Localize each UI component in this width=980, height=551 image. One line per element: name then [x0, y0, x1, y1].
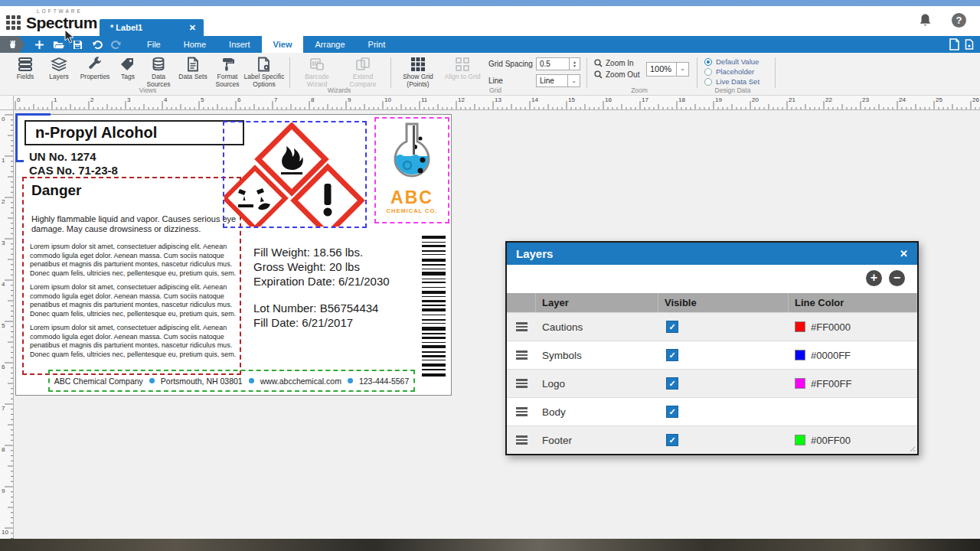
drag-handle-icon[interactable] [507, 426, 536, 454]
line-color-swatch[interactable] [795, 378, 805, 389]
grid-spacing-label: Grid Spacing [488, 60, 533, 68]
radio-default-value[interactable]: Default Value [704, 57, 759, 66]
gross-weight-field[interactable]: Gross Weight: 20 lbs [253, 259, 390, 274]
menu-view[interactable]: View [262, 36, 304, 53]
layer-name: Symbols [536, 341, 658, 369]
spinner-icon[interactable]: ▲▼ [569, 58, 580, 70]
line-color-swatch[interactable] [795, 435, 805, 445]
group-label-zoom: Zoom [605, 86, 674, 94]
precaution-paragraphs[interactable]: Lorem ipsum dolor sit amet, consectetuer… [30, 243, 238, 364]
grid-spacing-input[interactable]: 0.5 ▲▼ [536, 57, 580, 70]
chevron-down-icon[interactable]: ⌄ [567, 75, 580, 86]
fill-date-field[interactable]: Fill Date: 6/21/2017 [253, 315, 390, 330]
layer-row[interactable]: Cautions✓#FF0000 [507, 312, 917, 341]
expiration-date-field[interactable]: Expiration Date: 6/21/2030 [253, 274, 390, 289]
visible-checkbox[interactable]: ✓ [666, 406, 678, 418]
document-tab[interactable]: * Label1 ✕ [100, 19, 204, 36]
visible-checkbox[interactable]: ✓ [666, 434, 678, 446]
layer-name: Logo [536, 370, 658, 397]
layer-row[interactable]: Footer✓#00FF00 [507, 425, 917, 454]
app-badge-icon[interactable] [0, 36, 24, 53]
radio-icon[interactable] [704, 58, 712, 66]
body-layer-region[interactable]: Fill Weight: 18.56 lbs. Gross Weight: 20… [253, 245, 390, 330]
radio-icon[interactable] [704, 78, 712, 86]
hazard-statement-field[interactable]: Highly flammable liquid and vapor. Cause… [31, 214, 237, 234]
line-color-swatch[interactable] [795, 350, 805, 360]
page-preview-icon[interactable] [949, 38, 960, 51]
group-label-grid: Grid [461, 86, 530, 94]
selection-bracket [15, 113, 51, 116]
label-sheet[interactable]: n-Propyl Alcohol UN No. 1274 CAS No. 71-… [15, 114, 452, 396]
barcode[interactable] [422, 236, 446, 377]
layer-row[interactable]: Logo✓#FF00FF [507, 369, 917, 397]
logo-layer-region[interactable]: ABC CHEMICAL CO. [374, 117, 449, 223]
zoom-level-select[interactable]: 100% ⌄ [646, 62, 689, 77]
label-title-field[interactable]: n-Propyl Alcohol [24, 120, 244, 145]
drag-handle-icon[interactable] [507, 398, 536, 425]
menu-print[interactable]: Print [357, 36, 397, 53]
visible-checkbox[interactable]: ✓ [666, 349, 678, 361]
properties-button[interactable]: Properties [77, 57, 113, 81]
remove-layer-button[interactable]: − [889, 270, 905, 286]
close-icon[interactable]: ✕ [900, 248, 908, 259]
fields-button[interactable]: Fields [9, 57, 41, 81]
layers-panel-titlebar[interactable]: Layers ✕ [507, 243, 917, 265]
undo-icon[interactable] [91, 39, 103, 51]
line-select[interactable]: Line ⌄ [536, 74, 580, 87]
svg-text:14: 14 [531, 96, 538, 103]
data-sets-button[interactable]: Data Sets [176, 57, 210, 81]
new-icon[interactable] [34, 39, 45, 51]
notifications-bell-icon[interactable] [919, 13, 932, 28]
layers-button[interactable]: Layers [43, 57, 75, 81]
show-grid-button[interactable]: Show Grid (Points) [398, 57, 438, 89]
layers-panel-toolbar: + − [507, 265, 917, 293]
visible-checkbox[interactable]: ✓ [666, 321, 678, 333]
line-color-swatch[interactable] [795, 321, 805, 332]
radio-live-data-set[interactable]: Live Data Set [704, 77, 760, 86]
app-window: LOFTWARE Spectrum * Label1 ✕ ? [0, 6, 980, 539]
layers-panel[interactable]: Layers ✕ + − Layer Visible Line Color Ca… [505, 241, 919, 455]
menu-insert[interactable]: Insert [217, 36, 262, 53]
svg-text:0: 0 [2, 116, 5, 122]
footer-layer-region[interactable]: ABC Chemical CompanyPortsmouth, NH 03801… [48, 370, 415, 392]
svg-text:2: 2 [90, 96, 94, 103]
lot-number-field[interactable]: Lot Number: B56754434 [253, 301, 390, 315]
page-settings-icon[interactable] [965, 39, 974, 50]
chevron-down-icon[interactable]: ⌄ [676, 63, 688, 76]
data-sources-button[interactable]: Data Sources [142, 57, 175, 89]
format-sources-button[interactable]: Format Sources [211, 57, 243, 89]
cautions-layer-region[interactable]: Danger Highly flammable liquid and vapor… [22, 177, 241, 375]
help-icon[interactable]: ? [952, 13, 966, 28]
redo-icon [110, 39, 122, 51]
tab-title: * Label1 [110, 23, 142, 32]
ghs-pictograms [224, 122, 365, 227]
radio-icon[interactable] [704, 68, 712, 76]
drag-handle-icon[interactable] [507, 341, 536, 369]
signal-word-field[interactable]: Danger [31, 182, 81, 199]
radio-placeholder[interactable]: Placeholder [704, 67, 754, 76]
fill-weight-field[interactable]: Fill Weight: 18.56 lbs. [253, 245, 390, 259]
tags-button[interactable]: Tags [115, 57, 141, 81]
layer-row[interactable]: Symbols✓#0000FF [507, 341, 917, 369]
tab-close-icon[interactable]: ✕ [189, 23, 196, 33]
open-folder-icon[interactable] [53, 39, 64, 51]
un-number-field[interactable]: UN No. 1274 [29, 150, 118, 164]
vertical-ruler: 012345678910 [0, 110, 14, 539]
menu-arrange[interactable]: Arrange [303, 36, 356, 53]
svg-text:6: 6 [2, 364, 5, 370]
zoom-in-button[interactable]: Zoom In [594, 59, 634, 67]
label-specific-options-button[interactable]: Label Specific Options [243, 57, 285, 89]
extend-compare-button: Extend Compare [341, 57, 384, 89]
layer-row[interactable]: Body✓ [507, 397, 917, 425]
group-label-views: Views [113, 86, 182, 94]
menu-home[interactable]: Home [172, 36, 217, 53]
zoom-out-button[interactable]: Zoom Out [594, 70, 639, 79]
drag-handle-icon[interactable] [507, 370, 536, 397]
visible-checkbox[interactable]: ✓ [666, 377, 678, 390]
svg-text:13: 13 [495, 96, 501, 103]
menu-file[interactable]: File [136, 36, 172, 53]
drag-handle-icon[interactable] [507, 313, 536, 341]
cas-number-field[interactable]: CAS No. 71-23-8 [29, 164, 118, 178]
symbols-layer-region[interactable] [223, 121, 367, 228]
add-layer-button[interactable]: + [866, 270, 882, 286]
